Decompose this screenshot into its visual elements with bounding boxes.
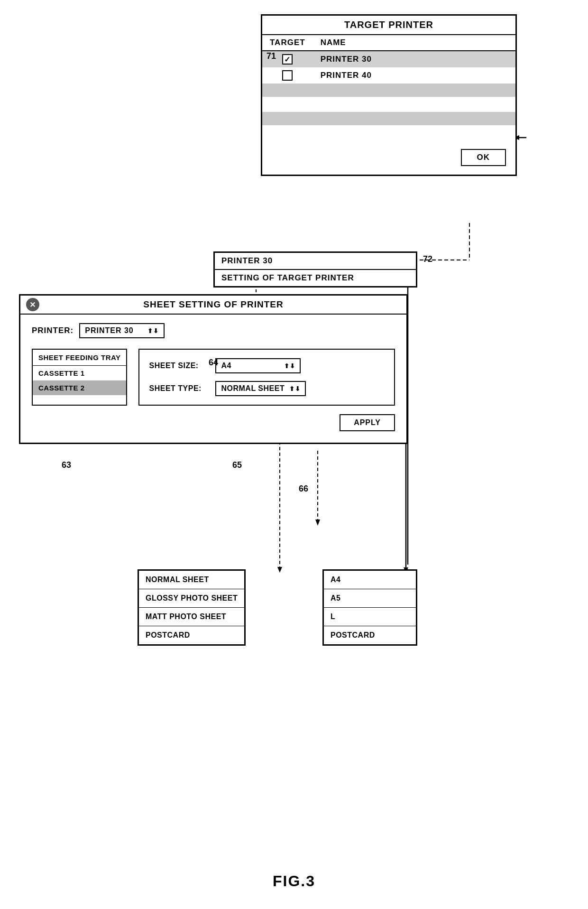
printer-row-2[interactable]: PRINTER 40: [262, 67, 515, 83]
setting-box-72: PRINTER 30 SETTING OF TARGET PRINTER: [213, 251, 417, 288]
label-65: 65: [232, 460, 242, 470]
setting-printer-name: PRINTER 30: [215, 253, 416, 270]
col-target: TARGET: [262, 35, 313, 51]
sheet-feeding-panel: SHEET FEEDING TRAY CASSETTE 1 CASSETTE 2: [32, 349, 127, 406]
apply-button[interactable]: APPLY: [340, 414, 395, 431]
sheet-setting-dialog: ✕ SHEET SETTING OF PRINTER PRINTER: PRIN…: [19, 294, 408, 444]
setting-description: SETTING OF TARGET PRINTER: [215, 270, 416, 286]
sheet-type-list: NORMAL SHEET GLOSSY PHOTO SHEET MATT PHO…: [138, 569, 246, 646]
sheet-type-dropdown[interactable]: NORMAL SHEET ⬆⬇: [215, 381, 306, 396]
printer40-name: PRINTER 40: [313, 67, 515, 83]
printer-dropdown-arrow: ⬆⬇: [147, 327, 159, 334]
printer30-name: PRINTER 30: [313, 51, 515, 67]
target-printer-dialog: TARGET PRINTER TARGET NAME ✓ PRINTER 30: [261, 14, 517, 176]
printer-dropdown-value: PRINTER 30: [85, 326, 133, 335]
sheet-size-arrow: ⬆⬇: [284, 362, 295, 370]
sheet-options-panel: SHEET SIZE: A4 ⬆⬇ SHEET TYPE: NORMAL SHE…: [138, 349, 395, 406]
svg-marker-13: [315, 519, 320, 526]
sheet-type-value: NORMAL SHEET: [221, 384, 285, 393]
printer-dropdown[interactable]: PRINTER 30 ⬆⬇: [79, 323, 165, 338]
sheet-type-item-2[interactable]: GLOSSY PHOTO SHEET: [139, 589, 244, 608]
figure-caption: FIG.3: [0, 872, 588, 890]
sheet-type-arrow: ⬆⬇: [289, 385, 300, 392]
sheet-size-list: A4 A5 L POSTCARD: [322, 569, 417, 646]
printer-row-1[interactable]: ✓ PRINTER 30: [262, 51, 515, 67]
sheet-dialog-title-bar: ✕ SHEET SETTING OF PRINTER: [20, 296, 406, 315]
col-name: NAME: [313, 35, 515, 51]
cassette-1[interactable]: CASSETTE 1: [33, 366, 126, 380]
sheet-size-item-4[interactable]: POSTCARD: [324, 626, 416, 644]
sheet-type-item-4[interactable]: POSTCARD: [139, 626, 244, 644]
label-64: 64: [209, 358, 218, 368]
sheet-size-label: SHEET SIZE:: [149, 362, 215, 370]
sheet-type-item-1[interactable]: NORMAL SHEET: [139, 571, 244, 589]
sheet-type-label: SHEET TYPE:: [149, 384, 215, 393]
label-63: 63: [62, 460, 71, 470]
checkbox-printer40[interactable]: [282, 70, 293, 81]
sheet-dialog-title: SHEET SETTING OF PRINTER: [143, 299, 283, 309]
ok-button[interactable]: OK: [461, 149, 506, 166]
svg-marker-9: [277, 567, 282, 573]
sheet-type-item-3[interactable]: MATT PHOTO SHEET: [139, 608, 244, 626]
sheet-feeding-tray-title: SHEET FEEDING TRAY: [33, 350, 126, 366]
close-button[interactable]: ✕: [26, 298, 39, 311]
checkbox-printer30[interactable]: ✓: [282, 54, 293, 65]
sheet-size-dropdown[interactable]: A4 ⬆⬇: [215, 358, 301, 373]
sheet-size-item-1[interactable]: A4: [324, 571, 416, 589]
target-printer-title: TARGET PRINTER: [262, 16, 515, 35]
cassette-2[interactable]: CASSETTE 2: [33, 380, 126, 395]
sheet-size-value: A4: [221, 362, 231, 370]
sheet-size-item-2[interactable]: A5: [324, 589, 416, 608]
label-71: 71: [266, 51, 276, 61]
label-66: 66: [299, 484, 308, 494]
printer-label: PRINTER:: [32, 326, 74, 335]
label-72: 72: [423, 254, 432, 264]
sheet-size-item-3[interactable]: L: [324, 608, 416, 626]
